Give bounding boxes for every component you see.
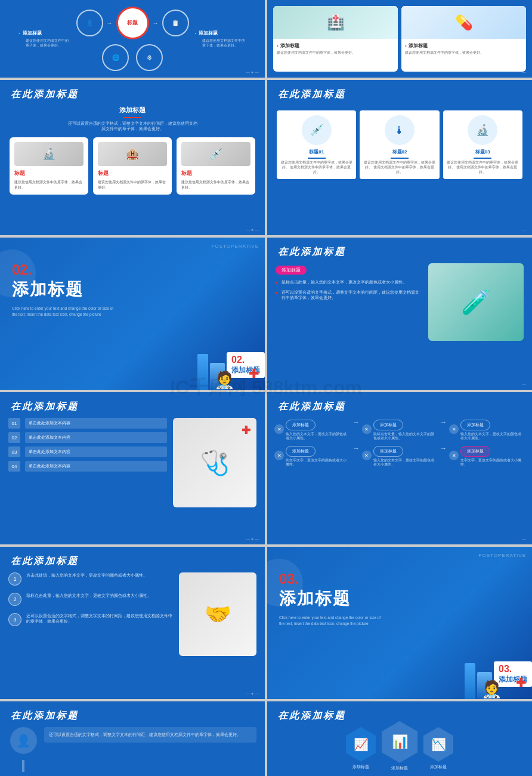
r2c1-card1-img: 🔬 bbox=[14, 142, 83, 166]
r4c2-item6-text: 文字文字，更改文字的颜色或者大小属性。 bbox=[460, 458, 525, 467]
card1: 🏥 • 添加标题 建议您使用文档源文件中的章字体，效果会更好。 bbox=[273, 6, 398, 72]
r5c1-point3: 3 还可以设置合适的文字格式，调整文字文本的行间距，建议您使用文档源文件中的章字… bbox=[8, 613, 173, 626]
r2c2-col2-text: 建议您使用文档源文件中的章字体，效果会更好。 使用文档源文件中的章字体，效果会更… bbox=[363, 161, 435, 174]
r4c1-num2: 02 bbox=[8, 432, 20, 443]
r4c1-text2: 单击此处添加文本内容 bbox=[25, 432, 167, 443]
card2-title: 添加标题 bbox=[409, 42, 428, 49]
r3c1-text: 02. 添加标题 Click here to enter your text a… bbox=[12, 261, 119, 318]
r4c2-flow6: ✕ 添加标题 文字文字，更改文字的颜色或者大小属性。 bbox=[449, 444, 525, 467]
r6c1-content: 👤 🔗 还可以设置合适的文字格式，调整文字文本的行间距，建议您使用文档源文件中的… bbox=[0, 727, 265, 776]
r4c2-item5-wrap: 添加标题 输入您的文本文字，重改文字的颜色或者大小属性。 bbox=[373, 444, 438, 467]
slide-indicator: — bbox=[522, 70, 526, 74]
slide-r1c1: • 添加标题 建议您使用文档源文件中的 章子体，效果会更好。 👤 → 标题 → … bbox=[0, 0, 265, 78]
r6c1-header: 在此添加标题 bbox=[0, 701, 265, 727]
r2c2-col2: 🌡 标题02 建议您使用文档源文件中的章字体，效果会更好。 使用文档源文件中的章… bbox=[360, 110, 439, 179]
r2c2-col3: 🔬 标题03 建议您使用文档源文件中的章字体，效果会更好。 使用文档源文件中的章… bbox=[443, 110, 522, 179]
r4c2-icon1: ✕ bbox=[274, 424, 284, 434]
r2c2-indicator: — bbox=[522, 227, 526, 232]
r5c1-points: 1 点击此处填，输入您的文本文字，更改文字的颜色或者大小属性。 2 鼠标点击此量… bbox=[8, 572, 173, 656]
r3c1-postop: POSTOPERATIVE bbox=[211, 244, 259, 249]
r2c2-col1-text: 建议您使用文档源文件中的章字体，效果会更好。 使用文档源文件中的章字体，效果会更… bbox=[280, 161, 352, 174]
r5c1-indicator: — ● — bbox=[246, 691, 259, 695]
r5c2-building-tall bbox=[465, 663, 475, 699]
r4c1-num3: 03 bbox=[8, 446, 20, 457]
r2c1-main-title: 添加标题 bbox=[10, 106, 255, 115]
r4c1-text3: 单击此处添加文本内容 bbox=[25, 446, 167, 457]
right-bullet: • 添加标题 建议您使用文档源文件中的 章子体，效果会更好。 bbox=[195, 30, 247, 48]
r2c1-card3-text: 建议您使用文档源文件中的原字体，效果会更好。 bbox=[181, 180, 250, 190]
r5c2-person: 🧑‍⚕️ bbox=[481, 679, 502, 699]
r2c2-col1-title: 标题01 bbox=[280, 149, 352, 155]
r4c2-item4-text: 的文字文字，更改文字的颜色或者大小属性。 bbox=[286, 458, 350, 467]
building-tall bbox=[197, 354, 208, 390]
r6c1-icon1: 👤 bbox=[10, 727, 37, 754]
node-center: 标题 bbox=[116, 7, 149, 39]
r4c2-item2-text: 鼠标点击此量，输入您的文本文字的颜色或者大小属性。 bbox=[373, 432, 438, 441]
r5c1-text1: 点击此处填，输入您的文本文字，更改文字的颜色或者大小属性。 bbox=[26, 572, 147, 578]
r2c1-card2: 🏨 标题 建议您使用文档源文件中的原字体，效果会更好。 bbox=[93, 137, 172, 195]
r5c1-point2: 2 鼠标点击此量，输入您的文本文字，更改文字的颜色或者大小属性。 bbox=[8, 593, 173, 606]
r2c1-card2-img: 🏨 bbox=[98, 142, 167, 166]
r3c2-bullet2: 还可以设置合适的文字格式，调整文字文本的行间距，建议您使用文档源文件中的章字体，… bbox=[282, 290, 421, 300]
slide-r5c2: POSTOPERATIVE 03. 添加标题 Click here to ent… bbox=[267, 547, 532, 699]
r2c1-card3-img: 💉 bbox=[181, 142, 250, 166]
r4c2-icon6: ✕ bbox=[449, 451, 459, 460]
nodes-diagram: 👤 → 标题 → 📋 🌐 ⚙ bbox=[76, 7, 189, 71]
r4c1-item2: 02 单击此处添加文本内容 bbox=[8, 432, 167, 443]
r4c2-flow4: ✕ 添加标题 的文字文字，更改文字的颜色或者大小属性。 bbox=[274, 444, 350, 467]
r2c1-header: 在此添加标题 bbox=[0, 80, 265, 106]
slide-r6c1: 在此添加标题 👤 🔗 还可以设置合适的文字格式，调整文字文本的行间距，建议您使用… bbox=[0, 701, 265, 776]
r2c2-content: 💉 标题01 建议您使用文档源文件中的章字体，效果会更好。 使用文档源文件中的章… bbox=[267, 110, 532, 186]
r3c2-b1: • 鼠标点击此量，输入您的文本文字，更改文字的颜色或者大小属性。 bbox=[276, 279, 421, 286]
r2c1-card1-title: 标题 bbox=[14, 170, 83, 177]
card2-photo: 💊 bbox=[401, 6, 526, 39]
r6c1-icons: 👤 🔗 bbox=[8, 727, 38, 776]
slide-r4c2: 在此添加标题 ✕ 添加标题 输入您的文本文字，更改文字的颜色或者大小属性。 → bbox=[267, 392, 532, 544]
r5c1-text3: 还可以设置合适的文字格式，调整文字文本的行间距，建议您使用文档源文件中的章字体，… bbox=[26, 613, 173, 624]
r3c2-indicator: — bbox=[522, 382, 526, 386]
r5c1-point1: 1 点击此处填，输入您的文本文字，更改文字的颜色或者大小属性。 bbox=[8, 572, 173, 586]
slide-r1c2: 🏥 • 添加标题 建议您使用文档源文件中的章字体，效果会更好。 💊 • 添加标题… bbox=[267, 0, 532, 78]
r4c2-flow5: ✕ 添加标题 输入您的文本文字，重改文字的颜色或者大小属性。 bbox=[362, 444, 438, 467]
r4c2-item1-text: 输入您的文本文字，更改文字的颜色或者大小属性。 bbox=[286, 432, 350, 441]
r6c1-text: 还可以设置合适的文字格式，调整文字文本的行间距，建议您使用文档源文件中的章字体，… bbox=[44, 727, 256, 776]
r2c2-col2-icon: 🌡 bbox=[385, 115, 415, 145]
r5c2-building: 03. 添加标题 ✚ 🧑‍⚕️ bbox=[465, 661, 532, 699]
r4c1-item1: 01 单击此处添加文本内容 bbox=[8, 418, 167, 429]
r4c1-text1: 单击此处添加文本内容 bbox=[25, 418, 167, 429]
r2c1-indicator: — ● — bbox=[246, 227, 259, 232]
r6c2-hex3-label: 添加标题 bbox=[430, 764, 447, 770]
card2: 💊 • 添加标题 建议您使用文档源文件中的章字体，效果会更好。 bbox=[401, 6, 526, 72]
slide-r2c1: 在此添加标题 添加标题 还可以设置合适的文字格式，调整文字文本的行间距，建议您使… bbox=[0, 80, 265, 235]
r6c2-hex1: 📈 bbox=[346, 727, 376, 762]
r5c2-title: 添加标题 bbox=[279, 587, 386, 610]
r3c2-photo: 🧪 bbox=[428, 263, 524, 341]
r3c1-person: 🧑‍⚕️ bbox=[214, 370, 235, 390]
r5c1-num1: 1 bbox=[8, 572, 21, 586]
r4c2-icon3: ✕ bbox=[449, 424, 459, 434]
r3c1-cross: ✚ bbox=[249, 367, 259, 381]
r4c1-cross: ✚ bbox=[242, 424, 250, 437]
card1-photo: 🏥 bbox=[273, 6, 398, 39]
node-globe: 🌐 bbox=[102, 44, 129, 71]
r4c1-item4: 04 单击此处添加文本内容 bbox=[8, 461, 167, 472]
r6c2-hex1-wrap: 📈 添加标题 bbox=[346, 727, 376, 770]
r3c2-bullet1: 鼠标点击此量，输入您的文本文字，更改文字的颜色或者大小属性。 bbox=[282, 279, 407, 286]
r5c1-content: 1 点击此处填，输入您的文本文字，更改文字的颜色或者大小属性。 2 鼠标点击此量… bbox=[0, 572, 265, 662]
r4c2-item6-title: 添加标题 bbox=[460, 446, 490, 457]
r5c1-text2: 鼠标点击此量，输入您的文本文字，更改文字的颜色或者大小属性。 bbox=[26, 593, 151, 598]
r2c2-col3-title: 标题03 bbox=[447, 149, 519, 155]
r5c2-postop: POSTOPERATIVE bbox=[478, 553, 526, 558]
r2c1-card3: 💉 标题 建议您使用文档源文件中的原字体，效果会更好。 bbox=[177, 137, 255, 195]
r2c1-cards: 🔬 标题 建议您使用文档源文件中的原字体，效果会更好。 🏨 标题 建议您使用文档… bbox=[10, 137, 255, 195]
r4c2-indicator: — bbox=[522, 537, 526, 541]
r6c2-hex2-wrap: 📊 添加标题 bbox=[382, 721, 417, 771]
r6c2-hex3-wrap: 📉 添加标题 bbox=[423, 727, 453, 770]
r2c1-card2-text: 建议您使用文档源文件中的原字体，效果会更好。 bbox=[98, 180, 167, 190]
r4c2-item5-title: 添加标题 bbox=[373, 446, 403, 457]
r5c1-num2: 2 bbox=[8, 593, 21, 606]
r4c2-content: ✕ 添加标题 输入您的文本文字，更改文字的颜色或者大小属性。 → ✕ 添加标题 bbox=[267, 418, 532, 473]
r5c1-num3: 3 bbox=[8, 613, 21, 626]
slide-grid: • 添加标题 建议您使用文档源文件中的 章子体，效果会更好。 👤 → 标题 → … bbox=[0, 0, 532, 776]
r4c2-arrow2: → bbox=[440, 418, 447, 426]
